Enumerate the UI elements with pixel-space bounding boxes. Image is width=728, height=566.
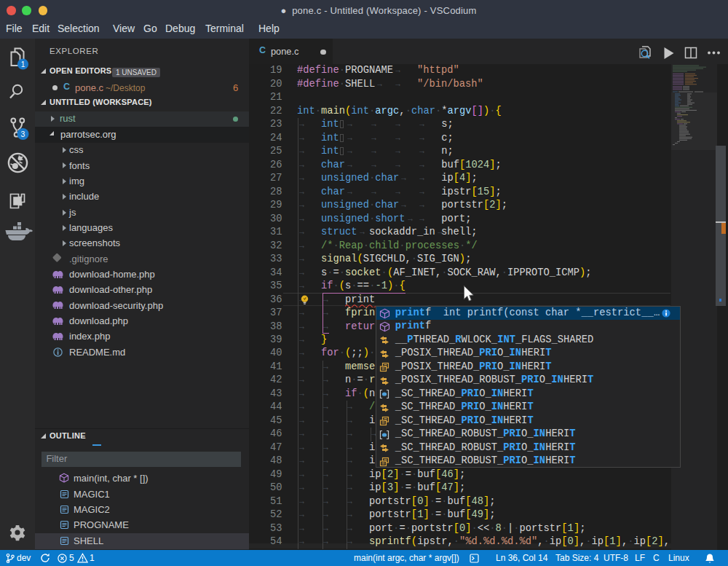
svg-text:1: 1	[21, 60, 25, 68]
svg-text:3: 3	[21, 130, 25, 138]
